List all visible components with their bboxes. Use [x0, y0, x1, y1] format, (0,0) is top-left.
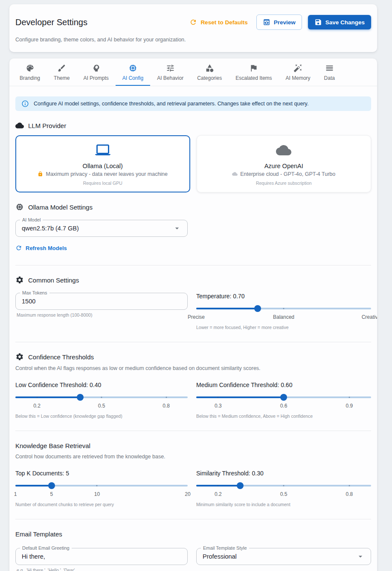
slider-mark [101, 397, 102, 398]
slider-mark [166, 397, 167, 398]
ollama-settings-heading: Ollama Model Settings [15, 203, 371, 211]
slider-mark [283, 485, 285, 487]
slider-mark [218, 485, 219, 487]
refresh-models-button[interactable]: Refresh Models [15, 245, 67, 251]
slider-mark [348, 485, 350, 487]
top-k-label: Top K Documents: 5 [15, 470, 188, 477]
memory-chip-icon [128, 64, 137, 73]
tab-label: AI Prompts [83, 75, 108, 81]
tab-ai-memory[interactable]: AI Memory [279, 58, 317, 86]
similarity-group: Similarity Threshold: 0.30 0.2 0.5 0.8 M… [196, 470, 371, 507]
section-divider [15, 431, 371, 431]
tab-label: Data [324, 75, 335, 81]
default-email-greeting-input[interactable]: Default Email Greeting Hi there, [15, 548, 188, 565]
chevron-down-icon [356, 552, 365, 561]
lock-icon [38, 171, 43, 177]
slider-tick-label: 5 [50, 491, 53, 497]
ai-model-value: qwen2.5:7b (4.7 GB) [22, 225, 79, 232]
provider-name: Azure OpenAI [264, 163, 303, 169]
low-confidence-helper: Below this = Low confidence (knowledge g… [15, 414, 188, 419]
similarity-slider[interactable] [196, 482, 371, 489]
tab-theme[interactable]: Theme [47, 58, 76, 86]
tab-branding[interactable]: Branding [13, 58, 47, 86]
slider-tick-label: 0.8 [346, 491, 353, 497]
tab-label: AI Config [122, 75, 143, 81]
slider-tick-label: 20 [185, 491, 190, 497]
tab-ai-behavior[interactable]: AI Behavior [150, 58, 190, 86]
medium-confidence-slider[interactable] [196, 394, 371, 401]
tab-label: AI Behavior [157, 75, 183, 81]
low-confidence-label: Low Confidence Threshold: 0.40 [15, 382, 188, 388]
tab-data[interactable]: Data [317, 58, 342, 86]
email-template-style-label: Email Template Style [201, 545, 249, 551]
reset-to-defaults-label: Reset to Defaults [200, 19, 247, 26]
cloud-icon [15, 121, 24, 130]
info-banner: Configure AI model settings, confidence … [15, 96, 371, 111]
section-divider [15, 265, 371, 265]
tab-label: Escalated Items [235, 75, 272, 81]
knowledge-base-retrieval-title: Knowledge Base Retrieval [15, 442, 371, 449]
slider-tick-label: 0.2 [215, 491, 222, 497]
max-tokens-group: Max Tokens 1500 Maximum response length … [15, 293, 188, 330]
provider-card-ollama[interactable]: Ollama (Local) Maximum privacy - data ne… [15, 135, 190, 192]
info-icon [21, 100, 29, 108]
magic-wand-icon [293, 64, 302, 73]
email-greeting-group: Default Email Greeting Hi there, e.g., '… [15, 548, 188, 571]
tab-label: Theme [54, 75, 70, 81]
provider-card-azure[interactable]: Azure OpenAI Enterprise cloud - GPT-4o, … [197, 135, 372, 192]
low-confidence-tick-labels: 0.2 0.5 0.8 [15, 403, 188, 409]
temperature-slider-thumb[interactable] [254, 305, 261, 312]
llm-provider-heading: LLM Provider [15, 121, 371, 130]
tab-ai-config[interactable]: AI Config [116, 58, 150, 86]
laptop-icon [95, 143, 110, 160]
medium-confidence-slider-thumb[interactable] [280, 394, 287, 401]
tab-ai-prompts[interactable]: AI Prompts [76, 58, 115, 86]
top-k-slider-thumb[interactable] [48, 482, 55, 489]
low-confidence-slider-thumb[interactable] [77, 394, 84, 401]
refresh-icon [189, 18, 197, 26]
preview-label: Preview [274, 19, 296, 26]
slider-tick-label: Balanced [273, 314, 294, 320]
info-banner-text: Configure AI model settings, confidence … [34, 101, 308, 107]
refresh-icon [15, 245, 22, 251]
top-k-tick-labels: 1 5 10 20 [15, 491, 188, 498]
provider-name: Ollama (Local) [83, 163, 123, 169]
page-subtitle: Configure branding, theme colors, and AI… [15, 37, 371, 43]
max-tokens-input[interactable]: Max Tokens 1500 [15, 293, 188, 310]
settings-tab-bar: Branding Theme AI Prompts AI Config AI B… [9, 58, 377, 86]
section-divider [15, 519, 371, 519]
temperature-slider[interactable] [196, 305, 371, 312]
similarity-slider-thumb[interactable] [237, 482, 244, 489]
save-changes-label: Save Changes [325, 19, 365, 26]
similarity-tick-labels: 0.2 0.5 0.8 [196, 491, 371, 498]
tune-icon [166, 64, 175, 73]
medium-confidence-helper: Below this = Medium confidence, Above = … [196, 414, 371, 419]
tab-escalated-items[interactable]: Escalated Items [229, 58, 279, 86]
save-changes-button[interactable]: Save Changes [308, 15, 371, 29]
provider-description: Maximum privacy - data never leaves your… [46, 171, 168, 177]
temperature-helper: Lower = more focused, Higher = more crea… [196, 325, 371, 330]
slider-mark [348, 397, 350, 398]
provider-description: Enterprise cloud - GPT-4o, GPT-4 Turbo [240, 171, 335, 177]
top-k-slider[interactable] [15, 482, 188, 489]
ai-model-select[interactable]: AI Model qwen2.5:7b (4.7 GB) [15, 220, 188, 237]
palette-icon [26, 64, 35, 73]
memory-chip-icon [15, 203, 24, 211]
confidence-thresholds-subtitle: Control when the AI flags responses as l… [15, 365, 371, 371]
slider-tick-label: 0.9 [346, 403, 353, 409]
default-email-greeting-label: Default Email Greeting [20, 545, 72, 551]
top-k-group: Top K Documents: 5 1 5 10 20 Number of d… [15, 470, 188, 507]
low-confidence-slider[interactable] [15, 394, 188, 401]
provider-caption: Requires local GPU [83, 181, 122, 186]
ai-model-label: AI Model [20, 217, 43, 222]
confidence-thresholds-title: Confidence Thresholds [28, 353, 94, 361]
preview-button[interactable]: Preview [256, 15, 302, 30]
slider-fill [196, 308, 258, 309]
tab-label: AI Memory [286, 75, 311, 81]
cloud-icon [276, 143, 291, 160]
low-confidence-group: Low Confidence Threshold: 0.40 0.2 0.5 0… [15, 382, 188, 419]
reset-to-defaults-button[interactable]: Reset to Defaults [187, 15, 250, 29]
email-template-style-select[interactable]: Email Template Style Professional [196, 548, 371, 565]
tab-categories[interactable]: Categories [190, 58, 229, 86]
settings-panel: Branding Theme AI Prompts AI Config AI B… [9, 58, 377, 571]
